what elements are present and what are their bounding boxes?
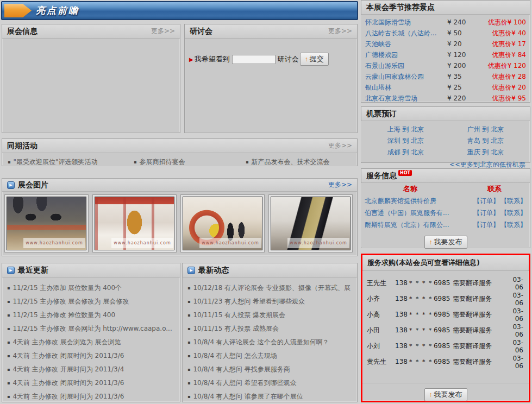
flight-route-link[interactable]: 重庆 到 北京 — [446, 148, 525, 159]
latest-news-box: ▶ 最新动态 ▪10/12/18 有人评论展会 专业摄影、摄像（开幕式、展 ▪1… — [182, 263, 358, 402]
attraction-link[interactable]: 广德楼戏园 — [365, 50, 447, 60]
requested-service: 需要翻译服务 — [453, 279, 507, 288]
contact-link[interactable]: 【联系】 — [500, 197, 527, 206]
concurrent-activities-header: 同期活动 更多>> — [2, 139, 357, 153]
news-item: ▪10/12/18 有人评论展会 专业摄影、摄像（开幕式、展 — [187, 281, 354, 295]
attraction-promo-price: 优惠价¥ 28 — [474, 72, 526, 81]
play-icon: ▶ — [7, 267, 15, 274]
service-provider-link[interactable]: 耐斯特展览（北京）有限公... — [365, 220, 472, 230]
activity-label: 参展商招待宴会 — [139, 157, 185, 167]
attraction-link[interactable]: 云蒙山国家森林公园 — [365, 72, 447, 81]
update-label: 4天前 主办修改 闭展时间为 2011/3/6 — [12, 392, 124, 401]
news-label: 10/12/18 有人评论展会 专业摄影、摄像（开幕式、展 — [193, 283, 351, 293]
attraction-link[interactable]: 天池峡谷 — [365, 40, 447, 49]
square-bullet-icon: ▪ — [7, 326, 10, 331]
square-bullet-icon: ▪ — [7, 286, 10, 291]
square-bullet-icon: ▪ — [134, 160, 136, 165]
exhibition-photo-thumbnail[interactable]: www.haozhanhui.com — [268, 194, 353, 252]
service-requests-list: 王先生 138＊＊＊＊6985 需要翻译服务 03-06 小齐 138＊＊＊＊6… — [362, 271, 529, 370]
attraction-link[interactable]: 怀北国际滑雪场 — [365, 18, 447, 27]
seminar-submit-button[interactable]: ↑ 提交 — [300, 53, 329, 66]
seminar-wish-label: 我希望看到 — [195, 54, 230, 64]
attraction-promo-price: 优惠价¥ 17 — [474, 40, 526, 49]
service-provider-link[interactable]: 伯言通（中国）展览服务有... — [365, 209, 472, 218]
news-item: ▪10/8/4 有人想问 怎么去现场 — [187, 349, 354, 363]
news-label: 10/11/15 有人投票 成熟展会 — [193, 324, 279, 333]
concurrent-activities-more-link[interactable]: 更多>> — [328, 141, 352, 150]
exhibition-info-more-link[interactable]: 更多>> — [151, 27, 175, 36]
play-icon: ▶ — [7, 181, 15, 189]
news-item: ▪10/8/4 有人评论展会 这个会的人流量如何啊？ — [187, 336, 354, 349]
requester-phone: 138＊＊＊＊6985 — [395, 357, 453, 367]
attraction-link[interactable]: 石景山游乐园 — [365, 61, 447, 71]
service-row: 伯言通（中国）展览服务有... 【订单】 【联系】 — [361, 207, 530, 219]
order-link[interactable]: 【订单】 — [473, 197, 499, 206]
update-item: ▪4天前 主办修改 闭展时间为 2011/3/6 — [7, 349, 177, 363]
attraction-link[interactable]: 北京石京龙滑雪场 — [365, 94, 447, 103]
flight-route-link[interactable]: 成都 到 北京 — [366, 148, 446, 159]
square-bullet-icon: ▪ — [187, 340, 190, 345]
banner-title: 亮点前瞻 — [36, 4, 79, 17]
request-date: 03-06 — [507, 276, 524, 291]
request-row: 王先生 138＊＊＊＊6985 需要翻译服务 03-06 — [367, 275, 524, 291]
update-label: 11/2/15 主办添加 展位数量为 400个 — [12, 283, 122, 293]
play-icon: ▶ — [187, 267, 195, 274]
service-requests-box: 服务求购(本站会员可查看详细信息) 王先生 138＊＊＊＊6985 需要翻译服务… — [361, 254, 530, 402]
service-info-title: 服务信息 — [366, 171, 397, 181]
square-bullet-icon: ▪ — [187, 394, 190, 399]
exhibition-photo-thumbnail[interactable]: www.haozhanhui.com — [180, 194, 265, 252]
contact-link[interactable]: 【联系】 — [500, 209, 527, 218]
attraction-promo-price: 优惠价¥ 100 — [474, 18, 526, 27]
requested-service: 需要翻译服务 — [453, 326, 507, 335]
exhibition-photo-thumbnail[interactable]: www.haozhanhui.com — [4, 194, 89, 252]
flight-route-link[interactable]: 上海 到 北京 — [366, 125, 446, 136]
exhibition-photo-thumbnail[interactable]: www.haozhanhui.com — [92, 194, 177, 252]
attraction-price: ¥ 120 — [447, 51, 474, 59]
attraction-price: ¥ 200 — [447, 62, 474, 70]
service-row: 耐斯特展览（北京）有限公... 【订单】 【联系】 — [361, 219, 530, 231]
service-provider-link[interactable]: 北京麒麟宾馆提供特价房 — [365, 197, 472, 206]
activity-label: "最受欢迎展位"评选颁奖活动 — [13, 157, 97, 167]
publish-request-button[interactable]: ↑ 我要发布 — [424, 388, 467, 401]
hot-badge: HOT — [398, 170, 412, 176]
update-label: 4天前 主办修改 开展时间为 2011/3/4 — [12, 365, 124, 374]
request-date: 03-06 — [507, 355, 524, 370]
photo-watermark: www.haozhanhui.com — [23, 238, 86, 248]
publish-service-button[interactable]: ↑ 我要发布 — [424, 236, 467, 249]
square-bullet-icon: ▪ — [7, 381, 10, 386]
activity-item: ▪"最受欢迎展位"评选颁奖活动 — [8, 157, 134, 167]
flight-route-link[interactable]: 深圳 到 北京 — [366, 136, 446, 148]
seminar-title: 研讨会 — [190, 27, 212, 36]
photo-watermark: www.haozhanhui.com — [287, 238, 350, 248]
attraction-row: 天池峡谷 ¥ 20 优惠价¥ 17 — [365, 39, 526, 49]
up-arrow-icon: ↑ — [429, 238, 433, 246]
attraction-row: 八达岭古长城（八达岭... ¥ 50 优惠价¥ 40 — [365, 28, 526, 39]
attraction-price: ¥ 20 — [447, 40, 474, 48]
exhibition-photos-more-link[interactable]: 更多>> — [328, 180, 352, 190]
attraction-link[interactable]: 八达岭古长城（八达岭... — [365, 29, 447, 38]
square-bullet-icon: ▪ — [7, 367, 10, 372]
recent-updates-title: 最近更新 — [18, 266, 48, 275]
service-requests-title: 服务求购(本站会员可查看详细信息) — [367, 258, 480, 268]
order-link[interactable]: 【订单】 — [473, 220, 499, 230]
seminar-wish-input[interactable] — [232, 55, 276, 64]
flight-route-link[interactable]: 青岛 到 北京 — [446, 136, 525, 148]
attractions-box: 本展会季节推荐景点 怀北国际滑雪场 ¥ 240 优惠价¥ 100 八达岭古长城（… — [361, 0, 530, 103]
contact-link[interactable]: 【联系】 — [500, 220, 527, 230]
attraction-price: ¥ 35 — [447, 73, 474, 80]
attraction-link[interactable]: 银山塔林 — [365, 83, 447, 92]
news-item: ▪10/8/4 有人想问 寻找参展服务商 — [187, 363, 354, 376]
update-item: ▪11/2/15 主办修改 展会网址为 http://www.caapa.o..… — [7, 322, 177, 336]
up-arrow-icon: ↑ — [305, 55, 308, 63]
news-label: 10/8/4 有人评论展会 这个会的人流量如何啊？ — [193, 338, 329, 347]
request-row: 小齐 138＊＊＊＊6985 需要翻译服务 03-06 — [367, 291, 524, 307]
order-link[interactable]: 【订单】 — [473, 209, 499, 218]
flight-route-link[interactable]: 广州 到 北京 — [446, 125, 525, 136]
update-item: ▪11/2/15 主办修改 摊位数量为 400 — [7, 308, 177, 322]
news-item: ▪10/8/4 有人想问 希望看到哪些观众 — [187, 376, 354, 390]
square-bullet-icon: ▪ — [7, 299, 10, 304]
seminar-more-link[interactable]: 更多>> — [328, 27, 352, 36]
update-label: 4天前 主办修改 展会浏览为 展会浏览 — [12, 338, 121, 347]
publish-button-wrap: ↑ 我要发布 — [362, 388, 529, 401]
divider — [362, 383, 529, 383]
